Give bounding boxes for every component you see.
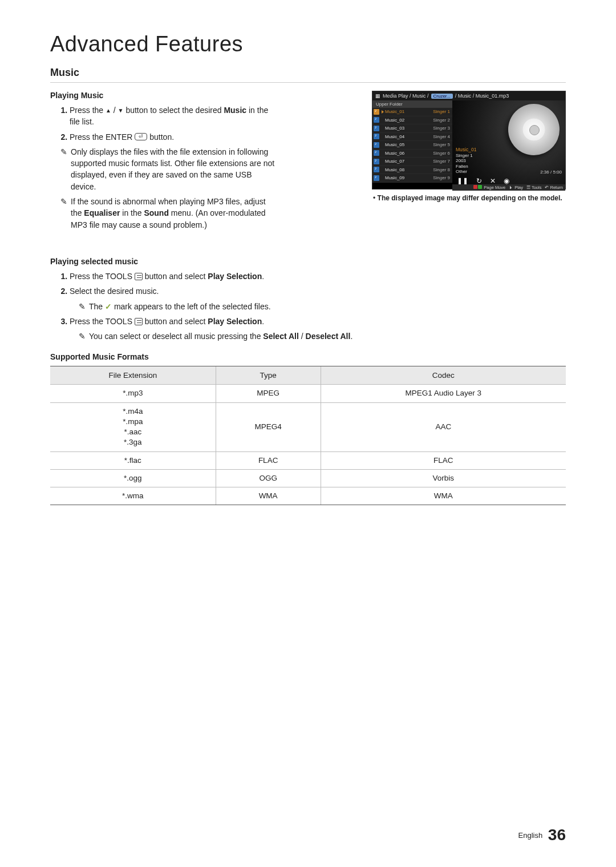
artist-name: Singer 8 <box>433 167 452 172</box>
text: Press the <box>70 132 106 142</box>
player-screenshot: ▦ Media Play / Music / Cruzer... / Music… <box>372 91 566 202</box>
cell-codec: WMA <box>321 487 566 505</box>
note-1: ✎Only displays the files with the file e… <box>60 146 278 192</box>
cell-type: MPEG <box>216 385 321 402</box>
file-name: Music_09 <box>385 175 433 180</box>
music-file-icon <box>374 142 379 148</box>
cell-codec: FLAC <box>321 451 566 469</box>
text: . <box>262 272 264 281</box>
text: 2003 <box>456 158 476 164</box>
file-name: Music_04 <box>385 134 433 139</box>
artist-name: Singer 5 <box>433 142 452 147</box>
upper-folder: Upper Folder <box>372 100 452 108</box>
track-meta: Music_01 Singer 1 2003 Fallen Other <box>456 147 476 175</box>
music-file-icon <box>374 134 379 139</box>
repeat-icon: ↻ <box>476 177 482 185</box>
music-file-icon <box>374 109 379 115</box>
text: Media Play / Music / <box>383 93 429 99</box>
artist-name: Singer 2 <box>433 118 452 123</box>
note-icon: ✎ <box>60 196 67 231</box>
footer-language: English <box>518 831 543 840</box>
text: You can select or deselect all music pre… <box>89 332 263 341</box>
cell-type: WMA <box>216 487 321 505</box>
cell-ext: *.flac <box>50 451 216 469</box>
list-item: Music_01Singer 1 <box>372 108 452 116</box>
step: Press the TOOLS button and select Play S… <box>70 271 566 282</box>
usb-badge: Cruzer... <box>431 94 453 99</box>
list-item: Music_04Singer 4 <box>372 133 452 142</box>
text-bold: Play Selection <box>208 317 262 326</box>
step: Press the TOOLS button and select Play S… <box>70 316 566 342</box>
artist-name: Singer 7 <box>433 159 452 164</box>
play-indicator-icon <box>382 110 384 114</box>
text: Singer 1 <box>456 153 476 159</box>
file-name: Music_03 <box>385 126 433 131</box>
text-bold: Music <box>224 106 246 115</box>
text: Play <box>514 185 523 190</box>
page-footer: English 36 <box>518 826 566 844</box>
artist-name: Singer 9 <box>433 175 452 180</box>
list-item: Music_09Singer 9 <box>372 174 452 183</box>
music-file-icon <box>374 167 379 172</box>
return-icon: ↶ Return <box>545 185 563 190</box>
tools-icon <box>135 318 143 325</box>
text: button and select <box>143 317 208 326</box>
green-dot-icon <box>478 185 482 189</box>
shuffle-icon: ✕ <box>490 177 496 185</box>
text: Page Move <box>484 185 505 190</box>
text: button and select <box>143 272 208 281</box>
breadcrumb: ▦ Media Play / Music / Cruzer... / Music… <box>372 91 565 100</box>
up-arrow-icon: ▲ <box>106 107 111 115</box>
check-icon: ✓ <box>105 302 112 311</box>
text: Return <box>550 185 563 190</box>
table-row: *.oggOGGVorbis <box>50 469 566 487</box>
list-item: Music_08Singer 8 <box>372 166 452 175</box>
table-header: File Extension <box>50 366 216 385</box>
text: Only displays the files with the file ex… <box>71 146 278 192</box>
table-header: Type <box>216 366 321 385</box>
list-item: Music_05Singer 5 <box>372 141 452 150</box>
section-heading: Music <box>50 67 566 83</box>
step: Select the desired music. ✎The ✓ mark ap… <box>70 285 566 312</box>
text: TOOLS <box>106 317 132 326</box>
red-dot-icon <box>473 185 477 189</box>
text: mark appears to the left of the selected… <box>112 302 271 311</box>
formats-heading: Supported Music Formats <box>50 352 566 361</box>
note-icon: ✎ <box>60 146 67 192</box>
text: The ✓ mark appears to the left of the se… <box>89 301 271 312</box>
artist-name: Singer 1 <box>433 109 452 114</box>
note-icon: ✎ <box>79 330 86 342</box>
page-title: Advanced Features <box>50 32 566 57</box>
text: / <box>299 332 306 341</box>
text: Press the <box>70 317 106 326</box>
text: . <box>262 317 264 326</box>
text-bold: The displayed image may differ depending… <box>378 194 562 202</box>
cell-codec: AAC <box>321 402 566 451</box>
cell-type: MPEG4 <box>216 402 321 451</box>
enter-icon: ⏎ <box>135 133 147 140</box>
play-icon: ⏵ Play <box>509 185 523 190</box>
media-icon: ▦ <box>375 93 380 99</box>
pause-icon: ❚❚ <box>457 177 468 185</box>
text: If the sound is abnormal when playing MP… <box>71 196 278 231</box>
now-playing-pane: Music_01 Singer 1 2003 Fallen Other 2:36… <box>452 100 565 191</box>
text: in the <box>120 208 144 217</box>
table-row: *.flacFLACFLAC <box>50 451 566 469</box>
note-icon: ✎ <box>79 301 86 312</box>
table-row: *.wmaWMAWMA <box>50 487 566 505</box>
cell-type: FLAC <box>216 451 321 469</box>
step-1: Press the ▲ / ▼ button to select the des… <box>70 104 278 128</box>
file-name: Music_06 <box>385 151 433 156</box>
cell-ext: *.mp3 <box>50 385 216 402</box>
text: / Music / Music_01.mp3 <box>455 93 509 99</box>
file-name: Music_08 <box>385 167 433 172</box>
cell-type: OGG <box>216 469 321 487</box>
list-item: Music_06Singer 6 <box>372 150 452 158</box>
text-bold: Select All <box>263 332 299 341</box>
cell-codec: MPEG1 Audio Layer 3 <box>321 385 566 402</box>
music-file-icon <box>374 150 379 156</box>
file-name: Music_01 <box>385 109 433 114</box>
tools-icon: ☰ Tools <box>526 185 541 190</box>
playing-music-heading: Playing Music <box>50 91 278 100</box>
text: Other <box>456 169 476 175</box>
